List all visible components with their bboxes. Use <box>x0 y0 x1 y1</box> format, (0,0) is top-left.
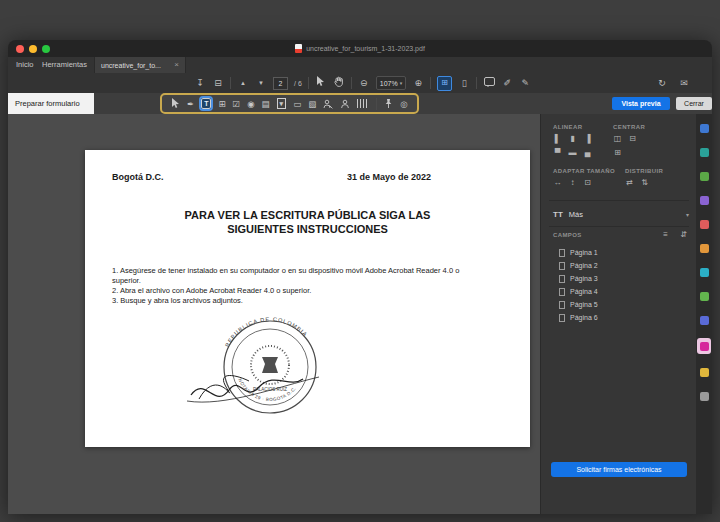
preview-button[interactable]: Vista previa <box>612 97 670 110</box>
form-tools-group: ✒ T ⊞ ☑ ◉ ▤ ▾ ▭ ▧ ◎ <box>160 93 419 114</box>
create-pdf-icon <box>700 172 709 181</box>
distribute-horizontal-icon[interactable]: ⇄ <box>625 178 634 188</box>
tool-redact[interactable] <box>698 314 710 326</box>
field-list-item[interactable]: Página 4 <box>541 285 697 298</box>
align-right-icon[interactable]: ▐ <box>583 134 592 144</box>
more-properties-row[interactable]: TT Más ▾ <box>553 206 689 222</box>
print-icon[interactable]: ⊟ <box>212 76 224 90</box>
send-mail-icon[interactable]: ✉ <box>678 76 690 90</box>
field-list-item[interactable]: Página 1 <box>541 246 697 259</box>
align-top-icon[interactable]: ▀ <box>553 148 562 158</box>
field-label: Página 4 <box>570 288 598 295</box>
sort-menu-icon[interactable]: ≡ <box>661 230 670 240</box>
field-list-item[interactable]: Página 6 <box>541 311 697 324</box>
doc-instruction-2: 2. Abra el archivo con Adobe Acrobat Rea… <box>112 286 480 296</box>
checkbox-tool-icon[interactable]: ☑ <box>233 99 241 109</box>
zoom-level-dropdown[interactable]: 107% ▾ <box>376 76 406 90</box>
close-form-button[interactable]: Cerrar <box>676 97 712 110</box>
close-tab-icon[interactable]: × <box>174 61 179 69</box>
keep-tool-selected-icon[interactable]: ◎ <box>400 99 407 109</box>
save-icon[interactable]: ↧ <box>194 76 206 90</box>
field-list-item[interactable]: Página 5 <box>541 298 697 311</box>
distribute-vertical-icon[interactable]: ⇅ <box>640 178 649 188</box>
tool-comment[interactable] <box>698 194 710 206</box>
digital-signature-tool-icon[interactable] <box>323 99 333 109</box>
hand-tool-icon[interactable] <box>333 76 345 91</box>
center-both-icon[interactable]: ⊞ <box>613 148 622 158</box>
tool-prepare-form[interactable] <box>697 338 711 354</box>
dropdown-tool-icon[interactable]: ▾ <box>277 98 287 109</box>
align-left-icon[interactable]: ▌ <box>553 134 562 144</box>
align-h-center-icon[interactable]: ▮ <box>568 134 577 144</box>
tool-protect-pdf[interactable] <box>698 290 710 302</box>
tab-herramientas[interactable]: Herramientas <box>38 57 91 73</box>
date-field-tool-icon[interactable]: ⊞ <box>218 99 225 109</box>
page-number-input[interactable]: 2 <box>273 77 288 90</box>
pin-tool-icon[interactable] <box>384 98 393 109</box>
align-icons-row2: ▀ ▬ ▄ <box>553 148 592 158</box>
toolbar-divider <box>351 77 352 89</box>
center-vertical-icon[interactable]: ⊟ <box>628 134 637 144</box>
list-box-tool-icon[interactable]: ▤ <box>262 99 270 109</box>
tool-export-pdf[interactable] <box>698 122 710 134</box>
tab-inicio[interactable]: Inicio <box>12 57 38 73</box>
distribute-icons-row: ⇄ ⇅ <box>625 178 649 188</box>
align-bottom-icon[interactable]: ▄ <box>583 148 592 158</box>
chevron-down-icon: ▾ <box>400 80 403 86</box>
tools-rail <box>696 114 712 514</box>
align-v-middle-icon[interactable]: ▬ <box>568 148 577 158</box>
doc-instruction-3: 3. Busque y abra los archivos adjuntos. <box>112 296 480 306</box>
tool-fill-sign[interactable] <box>698 366 710 378</box>
field-label: Página 3 <box>570 275 598 282</box>
acrobat-window: uncreative_for_tourism_1-31-2023.pdf Ini… <box>8 40 712 514</box>
match-width-icon[interactable]: ↔ <box>553 178 562 188</box>
field-label: Página 1 <box>570 249 598 256</box>
match-height-icon[interactable]: ↕ <box>568 178 577 188</box>
tool-compress-pdf[interactable] <box>698 266 710 278</box>
sync-icon[interactable]: ↻ <box>656 76 668 90</box>
request-signatures-button[interactable]: Solicitar firmas electrónicas <box>551 462 687 477</box>
field-label: Página 2 <box>570 262 598 269</box>
pen-icon[interactable]: ✎ <box>519 76 531 90</box>
doc-heading-line1: PARA VER LA ESCRITURA PÚBLICA SIGA LAS <box>85 208 530 222</box>
field-page-icon <box>559 262 565 270</box>
tool-organize-pages[interactable] <box>698 242 710 254</box>
export-pdf-icon <box>700 124 709 133</box>
comment-icon[interactable] <box>483 76 495 90</box>
barcode-tool-icon[interactable] <box>357 99 369 108</box>
previous-page-icon[interactable]: ▲ <box>237 76 249 90</box>
text-field-tool-icon[interactable]: T <box>201 98 211 109</box>
single-page-view-icon[interactable]: ▯ <box>458 76 470 90</box>
radio-button-tool-icon[interactable]: ◉ <box>247 99 254 109</box>
zoom-in-icon[interactable]: ⊕ <box>412 76 424 90</box>
field-page-icon <box>559 288 565 296</box>
select-tool-icon[interactable] <box>315 76 327 91</box>
tab-document[interactable]: uncreative_for_to... × <box>94 57 186 73</box>
toolbar-divider <box>430 77 431 89</box>
toolbar-center-group: ↧ ⊟ ▲ ▼ 2 / 6 ⊖ 107% ▾ <box>194 73 531 93</box>
sort-order-icon[interactable]: ⇵ <box>679 230 688 240</box>
signature-tool-icon[interactable]: ✒ <box>187 99 194 109</box>
tool-more[interactable] <box>698 390 710 402</box>
field-list-item[interactable]: Página 3 <box>541 272 697 285</box>
zoom-out-icon[interactable]: ⊖ <box>358 76 370 90</box>
tool-combine-files[interactable] <box>698 218 710 230</box>
fit-width-icon[interactable]: ⊞ <box>437 76 452 91</box>
tool-edit-pdf[interactable] <box>698 146 710 158</box>
center-icons-row2: ⊞ <box>613 148 622 158</box>
image-field-tool-icon[interactable]: ▧ <box>308 99 316 109</box>
highlight-icon[interactable]: ✐ <box>501 76 513 90</box>
barcode-glyph <box>357 99 369 108</box>
zoom-level-value: 107% <box>380 80 398 87</box>
match-both-icon[interactable]: ⊡ <box>583 178 592 188</box>
distribute-section-label: DISTRIBUIR <box>625 168 663 174</box>
tool-create-pdf[interactable] <box>698 170 710 182</box>
center-horizontal-icon[interactable]: ◫ <box>613 134 622 144</box>
button-tool-icon[interactable]: ▭ <box>293 99 301 109</box>
add-signer-tool-icon[interactable] <box>340 99 350 109</box>
toolbar-divider <box>308 77 309 89</box>
field-list-item[interactable]: Página 2 <box>541 259 697 272</box>
form-select-tool-icon[interactable] <box>171 98 180 109</box>
panel-divider <box>549 200 689 201</box>
next-page-icon[interactable]: ▼ <box>255 76 267 90</box>
